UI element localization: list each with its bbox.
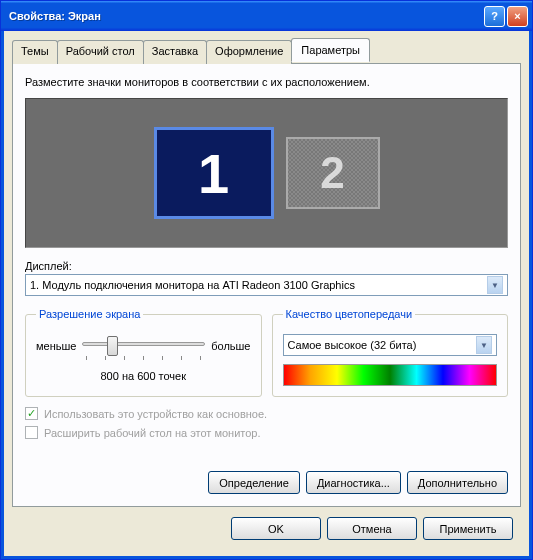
check-icon: ✓ xyxy=(27,407,36,420)
advanced-button[interactable]: Дополнительно xyxy=(407,471,508,494)
instruction-text: Разместите значки мониторов в соответств… xyxy=(25,76,508,88)
monitor-2[interactable]: 2 xyxy=(286,137,380,209)
close-button[interactable]: × xyxy=(507,6,528,27)
resolution-legend: Разрешение экрана xyxy=(36,308,143,320)
slider-thumb[interactable] xyxy=(107,336,118,356)
tab-settings[interactable]: Параметры xyxy=(291,38,370,62)
help-button[interactable]: ? xyxy=(484,6,505,27)
titlebar[interactable]: Свойства: Экран ? × xyxy=(1,1,532,31)
monitor-arrangement-area[interactable]: 1 2 xyxy=(25,98,508,248)
window-body: Темы Рабочий стол Заставка Оформление Па… xyxy=(1,31,532,559)
color-spectrum-bar xyxy=(283,364,498,386)
resolution-slider[interactable] xyxy=(82,334,205,358)
question-icon: ? xyxy=(491,10,498,22)
display-label: Дисплей: xyxy=(25,260,508,272)
extend-desktop-checkbox-row: Расширить рабочий стол на этот монитор. xyxy=(25,426,508,439)
ok-button[interactable]: OK xyxy=(231,517,321,540)
monitor-1[interactable]: 1 xyxy=(154,127,274,219)
primary-device-checkbox-row: ✓ Использовать это устройство как основн… xyxy=(25,407,508,420)
close-icon: × xyxy=(514,10,520,22)
extend-desktop-checkbox xyxy=(25,426,38,439)
troubleshoot-button[interactable]: Диагностика... xyxy=(306,471,401,494)
slider-more-label: больше xyxy=(211,340,250,352)
display-dropdown[interactable]: 1. Модуль подключения монитора на ATI Ra… xyxy=(25,274,508,296)
primary-device-label: Использовать это устройство как основное… xyxy=(44,408,267,420)
cancel-button[interactable]: Отмена xyxy=(327,517,417,540)
identify-button[interactable]: Определение xyxy=(208,471,300,494)
tab-content: Разместите значки мониторов в соответств… xyxy=(12,63,521,507)
chevron-down-icon: ▼ xyxy=(476,336,492,354)
chevron-down-icon: ▼ xyxy=(487,276,503,294)
tab-themes[interactable]: Темы xyxy=(12,40,58,64)
resolution-value: 800 на 600 точек xyxy=(36,370,251,382)
dialog-footer: OK Отмена Применить xyxy=(12,507,521,548)
display-properties-window: Свойства: Экран ? × Темы Рабочий стол За… xyxy=(0,0,533,560)
tab-desktop[interactable]: Рабочий стол xyxy=(57,40,144,64)
color-legend: Качество цветопередачи xyxy=(283,308,416,320)
slider-groove xyxy=(82,342,205,346)
window-title: Свойства: Экран xyxy=(9,10,484,22)
resolution-group: Разрешение экрана меньше больше 800 на 6… xyxy=(25,308,262,397)
tab-appearance[interactable]: Оформление xyxy=(206,40,292,64)
color-quality-group: Качество цветопередачи Самое высокое (32… xyxy=(272,308,509,397)
tab-strip: Темы Рабочий стол Заставка Оформление Па… xyxy=(12,40,521,64)
apply-button[interactable]: Применить xyxy=(423,517,513,540)
tab-screensaver[interactable]: Заставка xyxy=(143,40,207,64)
slider-ticks xyxy=(82,356,205,360)
color-quality-value: Самое высокое (32 бита) xyxy=(288,339,477,351)
color-quality-dropdown[interactable]: Самое высокое (32 бита) ▼ xyxy=(283,334,498,356)
display-dropdown-value: 1. Модуль подключения монитора на ATI Ra… xyxy=(30,279,487,291)
extend-desktop-label: Расширить рабочий стол на этот монитор. xyxy=(44,427,261,439)
slider-less-label: меньше xyxy=(36,340,76,352)
primary-device-checkbox: ✓ xyxy=(25,407,38,420)
